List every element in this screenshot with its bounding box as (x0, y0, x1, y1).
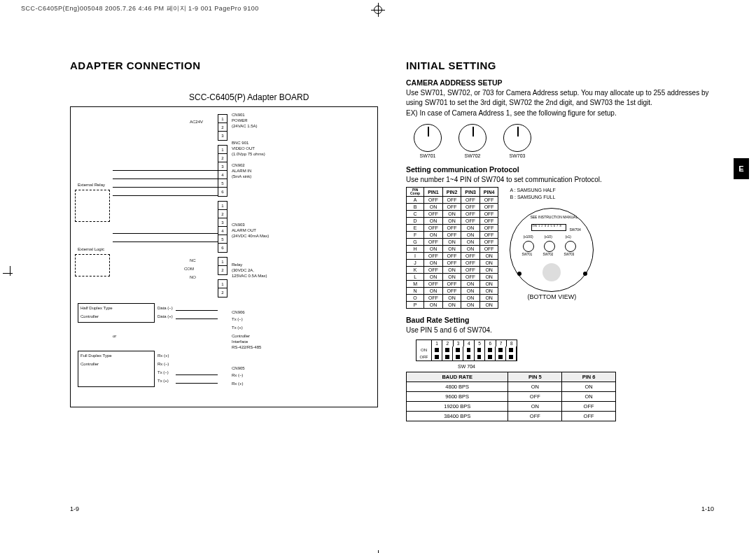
label-power-spec: (24VAC 1.5A) (232, 124, 258, 129)
pin-group-cn901: 123 (218, 114, 227, 141)
bv-screw-l (517, 272, 522, 276)
label-video-spec: (1.0Vpp 75 ohms) (232, 152, 265, 157)
right-page: INITIAL SETTING CAMERA ADDRESS SETUP Use… (406, 59, 714, 518)
table-row: JONOFFOFFON (407, 260, 498, 267)
page-number-right: 1-10 (701, 505, 714, 512)
label-alarm-in: ALARM IN (232, 169, 251, 174)
adapter-board-title: SCC-C6405(P) Adapter BOARD (189, 92, 378, 102)
dip-switch-sw704: 12345678 ON OFF (416, 340, 517, 361)
logic-dashed-box (75, 254, 110, 276)
protocol-corner: PIN Comp (407, 188, 424, 197)
label-ac24v: AC24V (190, 120, 203, 125)
camera-address-setup-p2: EX) In case of Camera Address 1, see the… (406, 108, 714, 118)
table-row: MOFFOFFONON (407, 281, 498, 288)
table-row: PONONONON (407, 302, 498, 309)
rotary-sw701: SW701 (412, 124, 444, 158)
table-row: COFFONOFFOFF (407, 211, 498, 218)
label-alarm-in-spec: (5mA sink) (232, 174, 251, 179)
protocol-p: Use number 1~4 PIN of SW704 to set commu… (406, 175, 714, 185)
camera-address-setup-p1: Use SW701, SW702, or 703 for Camera Addr… (406, 88, 714, 107)
label-rx-plus-r: Rx (+) (232, 382, 244, 386)
label-relay: Relay (232, 262, 242, 267)
label-ext-logic: External Logic (78, 247, 104, 252)
table-row: HONONONOFF (407, 246, 498, 253)
bv-dial-3 (565, 241, 576, 252)
label-controller-2: Controller (80, 362, 99, 367)
label-com: COM (184, 267, 194, 272)
left-page: ADAPTER CONNECTION SCC-C6405(P) Adapter … (70, 59, 378, 518)
rotary-sw702: SW702 (456, 124, 489, 158)
adapter-connection-heading: ADAPTER CONNECTION (70, 59, 378, 71)
table-row: AOFFOFFOFFOFF (407, 197, 498, 204)
table-row: NONOFFONON (407, 288, 498, 295)
table-row: LONONOFFON (407, 274, 498, 281)
label-data-plus: Data (+) (158, 314, 173, 319)
table-row: KOFFONOFFON (407, 267, 498, 274)
bv-dip-nums: ON 1 2 3 4 5 6 7 8 (532, 225, 561, 227)
bv-x1: (x1) (565, 235, 571, 239)
label-cn901: CN901 (232, 113, 245, 118)
protocol-table: PIN Comp PIN1 PIN2 PIN3 PIN4 AOFFOFFOFFO… (406, 187, 498, 309)
label-power: POWER (232, 118, 248, 123)
table-row: 19200 BPSONOFF (407, 401, 616, 411)
label-cn903: CN903 (232, 223, 245, 227)
label-tx-minus: Tx (–) (158, 370, 169, 375)
table-row: FONOFFONOFF (407, 232, 498, 239)
label-or: or (113, 334, 116, 339)
label-ctrl-if: Controller (232, 334, 250, 339)
bottom-view-figure: SEE INSTRUCTION MANUAL SW704 ON 1 2 3 4 … (510, 208, 594, 300)
table-row: 9600 BPSOFFON (407, 391, 616, 401)
rotary-switch-row: SW701 SW702 SW703 (412, 124, 714, 158)
bottom-view-label: (BOTTOM VIEW) (510, 293, 594, 300)
label-cn905: CN905 (232, 366, 245, 371)
protocol-note-b: B : SAMSUNG FULL (510, 194, 594, 201)
bv-center-hub (542, 263, 561, 281)
bv-x100: (x100) (523, 235, 533, 239)
label-relay-spec2: 125VAC 0.5A Max) (232, 274, 267, 279)
page-number-left: 1-9 (70, 505, 79, 512)
label-no: NO (190, 275, 196, 280)
table-row: 4800 BPSONON (407, 382, 616, 391)
label-tx-plus-r: Tx (+) (232, 326, 243, 330)
label-alarm-out-spec: (24VDC 40mA Max) (232, 234, 269, 239)
bv-x10: (x10) (544, 235, 552, 239)
protocol-heading: Setting communication Protocol (406, 165, 714, 174)
label-rs: RS-422/RS-485 (232, 345, 261, 350)
label-cn906: CN906 (232, 310, 245, 315)
print-meta-line: SCC-C6405P(Eng)005048 2005.7.26 4:46 PM … (21, 4, 259, 13)
rotary-sw703: SW703 (501, 124, 533, 158)
table-row: BONOFFOFFOFF (407, 204, 498, 211)
bv-sw701: SW701 (522, 253, 532, 257)
table-row: IOFFOFFOFFON (407, 253, 498, 260)
relay-dashed-box (75, 190, 110, 222)
language-tab: E (734, 158, 749, 179)
label-half-duplex: Half Duplex Type (80, 306, 113, 311)
label-rx-plus: Rx (+) (158, 354, 169, 358)
table-row: 38400 BPSOFFOFF (407, 411, 616, 421)
pin-group-cn906: 12 (218, 257, 227, 275)
initial-setting-heading: INITIAL SETTING (406, 59, 714, 71)
pin-group-cn905: 12 (218, 279, 227, 298)
label-nc: NC (190, 258, 196, 263)
bv-dial-1 (523, 241, 534, 252)
dip-label: SW 704 (416, 364, 517, 369)
label-relay-spec1: (30VDC 2A, (232, 268, 254, 273)
bv-instruction: SEE INSTRUCTION MANUAL (530, 216, 578, 220)
bv-sw702: SW702 (542, 253, 553, 257)
pin-group-cn903: 123456 (218, 201, 227, 253)
baud-rate-heading: Baud Rate Setting (406, 316, 714, 324)
pin-group-cn902: 123456 (218, 145, 227, 197)
label-tx-plus: Tx (+) (158, 379, 169, 384)
bv-sw704: SW704 (569, 228, 580, 232)
label-rx-minus-r: Rx (–) (232, 373, 243, 378)
camera-address-setup-heading: CAMERA ADDRESS SETUP (406, 78, 714, 87)
label-alarm-out: ALARM OUT (232, 228, 256, 233)
bv-dial-2 (544, 241, 555, 252)
label-bnc901: BNC 901 (232, 141, 248, 146)
adapter-schematic: 123 123456 123456 12 12 CN901 POWER (24V… (70, 106, 378, 407)
label-ext-relay: External Relay (78, 183, 105, 188)
table-row: DONONOFFOFF (407, 218, 498, 225)
label-rx-minus: Rx (–) (158, 362, 169, 367)
label-full-duplex: Full Duplex Type (80, 354, 112, 358)
bv-screw-r (583, 272, 587, 276)
